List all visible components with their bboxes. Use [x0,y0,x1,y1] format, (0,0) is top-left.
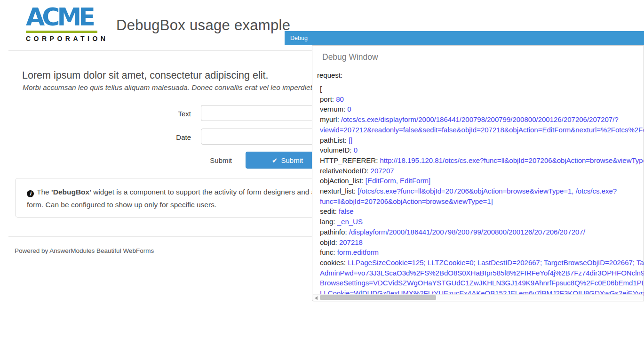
logo-acme-text: ACME [26,4,108,30]
debug-row: [ [317,84,644,94]
debug-row: HTTP_REFERER: http://18.195.120.81/otcs/… [317,155,644,166]
debug-row: port: 80 [317,94,644,105]
debug-row: lang: _en_US [317,217,644,227]
debug-row: pathList: [] [317,135,644,146]
text-field-label: Text [118,110,191,118]
footer-text: Powered by AnswerModules Beautiful WebFo… [15,247,154,254]
date-field-label: Date [118,133,191,141]
submit-button-label: Submit [281,156,303,164]
debug-row: objId: 207218 [317,237,644,248]
scrollbar-thumb[interactable] [320,295,436,300]
debug-row: relativeNodeID: 207207 [317,166,644,176]
debug-row: sedit: false [317,206,644,217]
page-title: DebugBox usage example [116,17,290,34]
debug-row: myurl: /otcs/cs.exe/displayform/2000/186… [317,114,644,125]
debug-row: nexturl_list: [/otcs/cs.exe?func=ll&objI… [317,186,644,196]
debug-row: func=ll&objId=207206&objAction=browse&vi… [317,196,644,207]
info-icon: i [27,190,34,197]
debug-row: func: form.editform [317,247,644,258]
debug-row: BrowseSettings=VDCVidSZWgOHaYSTGUdC1ZwJK… [317,278,644,288]
debug-window: Debug Window request: [port: 80vernum: 0… [312,45,644,301]
content-subheading: Morbi accumsan leo quis tellus aliquam m… [23,83,346,92]
check-icon: ✔ [272,157,278,164]
debug-tab[interactable]: Debug [285,31,644,45]
scroll-left-arrow-icon[interactable] [315,296,318,300]
logo-corporation-text: CORPORATION [26,35,108,42]
debug-row: AdminPwd=vo73J3LScaO3d%2FS%2BdO8S0XHaBIp… [317,268,644,278]
page: ACME CORPORATION DebugBox usage example … [0,0,644,364]
debug-request-label: request: [317,71,342,79]
debug-row: objAction_list: [EditForm, EditForm] [317,176,644,186]
debug-window-title: Debug Window [322,52,378,62]
submit-row-label: Submit [141,156,232,164]
debug-rows: [port: 80vernum: 0myurl: /otcs/cs.exe/di… [317,84,644,299]
acme-logo: ACME CORPORATION [26,4,108,42]
debug-row: cookies: LLPageSizeCookie=125; LLTZCooki… [317,258,644,268]
debug-row: pathinfo: /displayform/2000/186441/20079… [317,227,644,237]
horizontal-scrollbar[interactable] [313,294,643,300]
debug-row: volumeID: 0 [317,145,644,155]
content-heading: Lorem ipsum dolor sit amet, consectetur … [22,70,268,81]
debug-row: viewid=207212&readonly=false&sedit=false… [317,125,644,135]
debug-row: vernum: 0 [317,104,644,114]
